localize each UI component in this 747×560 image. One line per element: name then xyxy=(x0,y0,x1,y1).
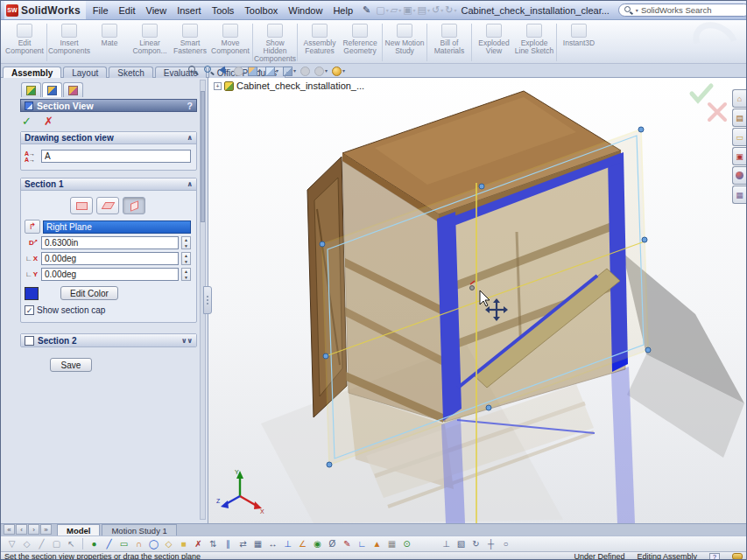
view-settings-icon[interactable]: ▧ xyxy=(455,537,468,550)
cancel-button[interactable]: ✗ xyxy=(44,116,53,127)
zoom-to-area-icon[interactable] xyxy=(202,65,215,76)
smart-dimension-icon[interactable]: Ø xyxy=(326,537,339,550)
convert-entities-icon[interactable]: ⇅ xyxy=(207,537,220,550)
ribbon-button-explode-line-sketch[interactable]: Explode Line Sketch xyxy=(514,22,554,60)
3d-sketch-icon[interactable]: ∟ xyxy=(356,537,369,550)
section-color-swatch[interactable] xyxy=(25,287,39,300)
display-style-icon[interactable]: ▾ xyxy=(282,66,297,76)
appearances-tab[interactable] xyxy=(732,166,746,185)
section2-header[interactable]: Section 2 ∨∨ xyxy=(21,334,196,346)
offset-distance-spinner[interactable]: ▲▼ xyxy=(181,236,191,249)
rapid-sketch-icon[interactable]: ▲ xyxy=(370,537,384,550)
menu-view[interactable]: View xyxy=(141,4,173,18)
right-plane-button[interactable] xyxy=(123,197,145,214)
tab-model[interactable]: Model xyxy=(57,524,100,536)
arc-icon[interactable]: ∩ xyxy=(132,537,145,550)
filter-faces-icon[interactable]: ▢ xyxy=(50,537,63,550)
section2-checkbox[interactable] xyxy=(25,336,34,346)
graphics-viewport[interactable]: + Cabinet_check_installation_... ⌂▤▭▣▦ xyxy=(208,78,746,523)
go-next-icon[interactable]: › xyxy=(28,524,39,535)
configurationmanager-tab[interactable] xyxy=(63,82,83,97)
scrollbar-thumb[interactable] xyxy=(201,91,205,222)
y-rotation-spinner[interactable]: ▲▼ xyxy=(181,268,191,281)
go-first-icon[interactable]: « xyxy=(4,524,15,535)
apply-scene-icon[interactable]: ▾ xyxy=(331,66,346,76)
mirror-entities-icon[interactable]: ⇄ xyxy=(236,537,250,550)
ribbon-button-bill-of-materials[interactable]: Bill of Materials xyxy=(429,22,469,60)
display-relations-icon[interactable]: ⊥ xyxy=(281,537,294,550)
search-dropdown-icon[interactable]: ▾ xyxy=(636,7,638,13)
add-relation-icon[interactable]: ∠ xyxy=(296,537,309,550)
point-icon[interactable]: ● xyxy=(88,537,101,550)
menu-tools[interactable]: Tools xyxy=(207,4,240,18)
ribbon-button-reference-geometry[interactable]: Reference Geometry xyxy=(340,22,380,60)
menu-toolbox[interactable]: Toolbox xyxy=(239,4,283,18)
collapse-chevron-icon[interactable]: ∧ xyxy=(187,180,194,188)
pan-icon[interactable]: ┼ xyxy=(484,537,497,550)
polygon-icon[interactable]: ◇ xyxy=(162,537,175,550)
fully-define-icon[interactable]: ◉ xyxy=(311,537,324,550)
section-view-icon[interactable]: ▾ xyxy=(247,66,262,76)
go-last-icon[interactable]: » xyxy=(40,524,52,535)
ribbon-button-move-component[interactable]: Move Component xyxy=(210,22,250,60)
zoom-pointer-icon[interactable] xyxy=(218,66,230,75)
menu-window[interactable]: Window xyxy=(283,4,328,18)
rotate-view-icon[interactable]: ↻ xyxy=(469,537,483,550)
view-orientation-icon[interactable]: ▾ xyxy=(264,66,279,76)
ribbon-button-assembly-features[interactable]: Assembly Features xyxy=(300,22,340,60)
menu-insert[interactable]: Insert xyxy=(172,4,207,18)
section1-header[interactable]: Section 1 ∧ xyxy=(21,178,196,191)
custom-properties-tab[interactable]: ▦ xyxy=(732,186,746,204)
tab-motion-study-1[interactable]: Motion Study 1 xyxy=(102,524,176,536)
expand-chevron-icon[interactable]: ∨∨ xyxy=(181,337,193,345)
menu-help[interactable]: Help xyxy=(328,4,358,18)
solidworks-resources-tab[interactable]: ⌂ xyxy=(732,89,746,108)
tree-expand-icon[interactable]: + xyxy=(214,82,222,90)
ribbon-button-mate[interactable]: Mate xyxy=(89,22,130,60)
collapse-chevron-icon[interactable]: ∧ xyxy=(187,134,194,142)
ribbon-button-insert-components[interactable]: Insert Components xyxy=(49,22,89,60)
view-palette-tab[interactable]: ▣ xyxy=(732,147,746,165)
reference-plane-field[interactable]: Right Plane xyxy=(43,220,191,234)
menu-edit[interactable]: Edit xyxy=(114,4,141,18)
select-arrow-icon[interactable]: ↖ xyxy=(65,537,78,550)
ribbon-button-linear-compon[interactable]: Linear Compon... xyxy=(130,22,170,60)
help-button[interactable]: ? xyxy=(187,101,193,111)
ribbon-button-new-motion-study[interactable]: New Motion Study xyxy=(384,22,425,60)
ok-button[interactable]: ✓ xyxy=(22,116,32,127)
line-icon[interactable]: ╱ xyxy=(102,537,116,550)
edit-color-button[interactable]: Edit Color xyxy=(60,286,118,300)
show-section-cap-checkbox[interactable]: ✓ xyxy=(25,305,34,315)
file-explorer-tab[interactable]: ▭ xyxy=(732,128,746,146)
selection-filter-icon[interactable]: ▽ xyxy=(5,537,18,550)
ribbon-button-exploded-view[interactable]: Exploded View xyxy=(474,22,514,60)
zoom-icon[interactable]: ○ xyxy=(499,537,512,550)
section-name-field[interactable] xyxy=(41,150,191,163)
y-rotation-field[interactable] xyxy=(41,268,179,281)
move-entities-icon[interactable]: ↔ xyxy=(266,537,279,550)
menu-file[interactable]: File xyxy=(88,4,114,18)
sketch-icon[interactable]: ✎ xyxy=(341,537,354,550)
quick-tips-icon[interactable]: ? xyxy=(709,553,720,560)
hide-show-items-icon[interactable] xyxy=(300,66,311,76)
previous-view-icon[interactable] xyxy=(233,66,244,76)
drawing-section-view-header[interactable]: Drawing section view ∧ xyxy=(21,132,196,144)
edit-appearance-icon[interactable]: ▾ xyxy=(314,66,328,76)
zoom-fit-icon[interactable] xyxy=(187,65,200,76)
grid-icon[interactable]: ▦ xyxy=(385,537,398,550)
normal-to-icon[interactable]: ⊥ xyxy=(440,537,453,550)
folder-icon[interactable]: ■ xyxy=(177,537,190,550)
filter-vertices-icon[interactable]: ◇ xyxy=(20,537,33,550)
propertymanager-tab[interactable] xyxy=(42,82,62,97)
ribbon-button-smart-fasteners[interactable]: Smart Fasteners xyxy=(170,22,210,60)
flip-direction-button[interactable]: ↱ xyxy=(25,220,40,234)
solidworks-search-box[interactable]: ▾ xyxy=(618,4,747,17)
top-plane-button[interactable] xyxy=(96,197,119,214)
rectangle-icon[interactable]: ▭ xyxy=(117,537,130,550)
linear-pattern-icon[interactable]: ▦ xyxy=(251,537,264,550)
flyout-feature-tree[interactable]: + Cabinet_check_installation_... xyxy=(214,80,364,91)
ribbon-button-instant3d[interactable]: Instant3D xyxy=(559,22,599,60)
ribbon-button-edit-component[interactable]: Edit Component xyxy=(4,22,45,60)
offset-entities-icon[interactable]: ∥ xyxy=(222,537,235,550)
save-button[interactable]: Save xyxy=(50,358,92,372)
